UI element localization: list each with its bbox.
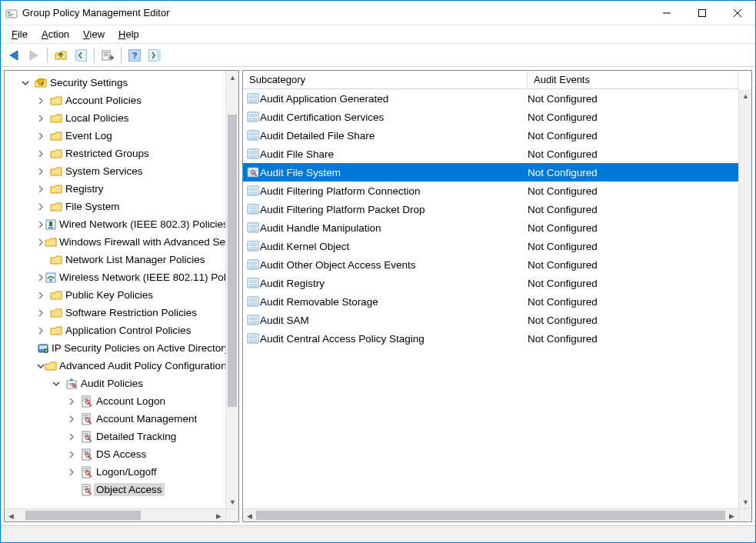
list-row[interactable]: Audit Other Object Access EventsNot Conf… <box>243 255 738 274</box>
menu-help[interactable]: Help <box>112 27 145 42</box>
scroll-right-button[interactable]: ▶ <box>725 509 738 522</box>
tree-node[interactable]: Detailed Tracking <box>5 428 225 445</box>
minimize-button[interactable] <box>649 1 684 25</box>
expand-icon[interactable] <box>37 238 45 246</box>
tree-node[interactable]: Local Policies <box>5 109 225 127</box>
tree-node[interactable]: Windows Firewall with Advanced Security <box>5 233 225 251</box>
tree-horizontal-scrollbar[interactable]: ◀ ▶ <box>5 508 225 521</box>
help-button[interactable] <box>125 46 144 65</box>
scroll-left-button[interactable]: ◀ <box>243 509 256 522</box>
close-button[interactable] <box>720 1 755 25</box>
expand-icon[interactable] <box>37 362 45 370</box>
list-row[interactable]: Audit File SystemNot Configured <box>243 163 738 182</box>
tree-node[interactable]: Wireless Network (IEEE 802.11) Policies <box>5 268 225 286</box>
expand-icon[interactable] <box>37 132 49 140</box>
toolbar <box>1 44 755 67</box>
list-row[interactable]: Audit SAMNot Configured <box>243 311 738 329</box>
scroll-thumb[interactable] <box>256 511 725 520</box>
scroll-track[interactable] <box>226 84 238 495</box>
tree-vertical-scrollbar[interactable]: ▲ ▼ <box>225 71 238 508</box>
up-button[interactable] <box>52 46 70 65</box>
expand-icon[interactable] <box>68 398 80 405</box>
expand-icon[interactable] <box>37 168 49 175</box>
expand-icon[interactable] <box>37 115 49 122</box>
scroll-track[interactable] <box>256 509 725 521</box>
tree-node[interactable]: File System <box>5 198 225 215</box>
tree-node[interactable]: Application Control Policies <box>5 321 225 339</box>
tree-node[interactable]: Logon/Logoff <box>5 463 225 481</box>
tree-node[interactable]: Registry <box>5 180 225 198</box>
tree-node[interactable]: Security Settings <box>5 74 225 92</box>
scroll-thumb[interactable] <box>228 115 237 407</box>
tree-node[interactable]: Software Restriction Policies <box>5 304 225 321</box>
scroll-right-button[interactable]: ▶ <box>212 509 225 522</box>
menu-file[interactable]: File <box>5 27 34 42</box>
list-vertical-scrollbar[interactable]: ▲ ▼ <box>738 89 751 508</box>
expand-icon[interactable] <box>37 185 49 193</box>
menu-view[interactable]: View <box>77 27 111 42</box>
tree-node[interactable]: Public Key Policies <box>5 286 225 304</box>
expand-icon[interactable] <box>37 309 49 317</box>
expand-icon[interactable] <box>37 203 49 211</box>
tree-node[interactable]: Event Log <box>5 127 225 145</box>
expand-icon[interactable] <box>68 433 80 441</box>
expand-icon[interactable] <box>68 415 80 423</box>
expand-icon[interactable] <box>52 380 65 388</box>
export-list-button[interactable] <box>98 46 117 65</box>
scroll-thumb[interactable] <box>25 511 141 520</box>
wireless-icon <box>45 272 57 284</box>
list-horizontal-scrollbar[interactable]: ◀ ▶ <box>243 508 738 521</box>
forward-button[interactable] <box>25 46 43 65</box>
tree-view[interactable]: Security SettingsAccount PoliciesLocal P… <box>5 71 225 508</box>
tree-node[interactable]: Restricted Groups <box>5 145 225 162</box>
list-view[interactable]: Audit Application GeneratedNot Configure… <box>243 89 738 508</box>
list-row[interactable]: Audit Detailed File ShareNot Configured <box>243 126 738 145</box>
scroll-up-button[interactable]: ▲ <box>226 71 239 84</box>
scroll-up-button[interactable]: ▲ <box>739 89 752 102</box>
tree-node[interactable]: Wired Network (IEEE 802.3) Policies <box>5 215 225 233</box>
list-row[interactable]: Audit Application GeneratedNot Configure… <box>243 89 738 108</box>
expand-icon[interactable] <box>68 451 80 458</box>
tree-node[interactable]: Account Policies <box>5 92 225 109</box>
maximize-button[interactable] <box>684 1 720 25</box>
expand-icon[interactable] <box>37 97 49 105</box>
tree-node[interactable]: System Services <box>5 162 225 180</box>
scroll-down-button[interactable]: ▼ <box>739 495 752 508</box>
tree-node[interactable]: Account Logon <box>5 392 225 410</box>
expand-icon[interactable] <box>37 221 45 228</box>
tree-node[interactable]: Advanced Audit Policy Configuration <box>5 357 225 375</box>
list-row[interactable]: Audit Filtering Platform ConnectionNot C… <box>243 182 738 200</box>
expand-icon[interactable] <box>22 79 34 87</box>
show-hide-action-pane-button[interactable] <box>145 46 164 65</box>
scroll-track[interactable] <box>739 102 751 495</box>
expand-icon[interactable] <box>37 327 49 335</box>
column-subcategory[interactable]: Subcategory <box>243 71 528 88</box>
list-row[interactable]: Audit Handle ManipulationNot Configured <box>243 218 738 237</box>
list-row[interactable]: Audit Filtering Platform Packet DropNot … <box>243 200 738 218</box>
list-row[interactable]: Audit RegistryNot Configured <box>243 274 738 292</box>
audit-events-cell: Not Configured <box>528 93 738 105</box>
list-row[interactable]: Audit Kernel ObjectNot Configured <box>243 237 738 255</box>
back-button[interactable] <box>5 46 23 65</box>
scroll-track[interactable] <box>18 509 212 521</box>
column-audit-events[interactable]: Audit Events <box>528 71 738 88</box>
list-row[interactable]: Audit Certification ServicesNot Configur… <box>243 108 738 126</box>
expand-icon[interactable] <box>37 274 45 281</box>
tree-node-label: IP Security Policies on Active Directory <box>49 341 225 355</box>
list-row[interactable]: Audit File ShareNot Configured <box>243 145 738 163</box>
tree-node[interactable]: Audit Policies <box>5 375 225 392</box>
expand-icon[interactable] <box>37 150 49 158</box>
tree-node[interactable]: Account Management <box>5 410 225 428</box>
expand-icon[interactable] <box>37 291 49 299</box>
expand-icon[interactable] <box>68 468 80 476</box>
menu-action[interactable]: Action <box>35 27 75 42</box>
tree-node[interactable]: IP Security Policies on Active Directory <box>5 339 225 357</box>
list-row[interactable]: Audit Central Access Policy StagingNot C… <box>243 329 738 348</box>
tree-node[interactable]: Network List Manager Policies <box>5 251 225 268</box>
scroll-left-button[interactable]: ◀ <box>5 509 18 522</box>
tree-node[interactable]: Object Access <box>5 481 225 498</box>
show-hide-tree-button[interactable] <box>72 46 90 65</box>
scroll-down-button[interactable]: ▼ <box>226 495 239 508</box>
list-row[interactable]: Audit Removable StorageNot Configured <box>243 292 738 311</box>
tree-node[interactable]: DS Access <box>5 445 225 463</box>
